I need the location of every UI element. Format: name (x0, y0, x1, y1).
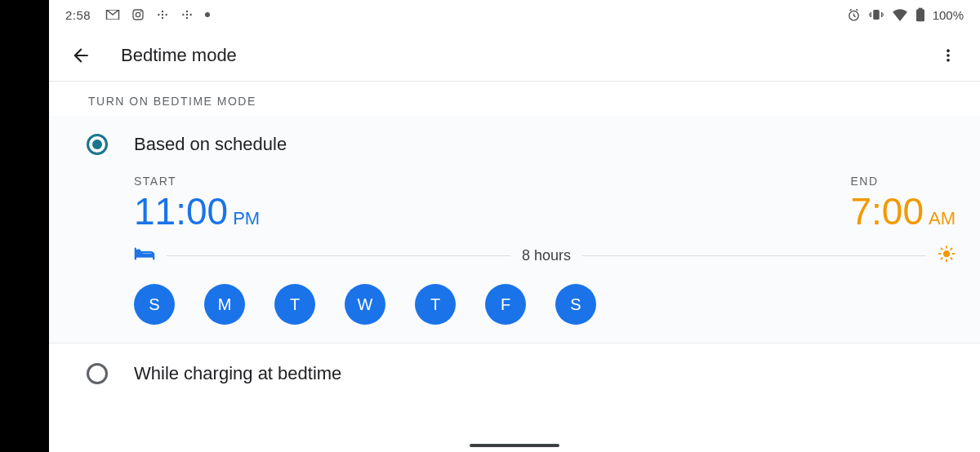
svg-point-8 (182, 14, 184, 16)
status-bar: 2:58 (49, 0, 980, 29)
svg-rect-21 (136, 254, 154, 258)
svg-rect-16 (916, 9, 924, 21)
radio-charging[interactable] (87, 363, 108, 384)
section-label: TURN ON BEDTIME MODE (49, 82, 980, 116)
sun-icon (938, 245, 956, 266)
day-thu[interactable]: T (415, 284, 456, 325)
svg-point-12 (190, 14, 192, 16)
podcast-icon-2 (180, 8, 194, 21)
svg-point-1 (136, 12, 140, 16)
option-while-charging[interactable]: While charging at bedtime (49, 343, 980, 404)
duration-text: 8 hours (522, 247, 571, 264)
svg-point-2 (140, 11, 142, 13)
svg-point-19 (947, 54, 950, 57)
svg-point-6 (162, 17, 163, 19)
page-title: Bedtime mode (121, 45, 931, 66)
svg-point-4 (162, 11, 163, 12)
option-schedule-header[interactable]: Based on schedule (87, 134, 956, 155)
duration-row: 8 hours (134, 245, 956, 266)
status-clock: 2:58 (65, 8, 91, 22)
gmail-icon (105, 10, 120, 20)
start-time-picker[interactable]: 11:00 PM (134, 193, 260, 230)
svg-point-20 (947, 59, 950, 62)
vibrate-icon (869, 8, 884, 21)
podcast-icon (156, 8, 169, 21)
arrow-left-icon (70, 45, 91, 66)
option-based-on-schedule: Based on schedule START 11:00 PM END 7:0… (49, 116, 980, 343)
end-time-ampm: AM (929, 208, 956, 229)
start-time-value: 11:00 (134, 193, 228, 230)
svg-point-5 (162, 14, 163, 16)
start-time-ampm: PM (233, 208, 260, 229)
instagram-icon (131, 8, 145, 21)
battery-percentage: 100% (933, 8, 964, 22)
end-time-picker[interactable]: 7:00 AM (850, 193, 956, 230)
svg-point-7 (166, 14, 167, 16)
days-row: S M T W T F S (134, 284, 956, 325)
gesture-nav-bar[interactable] (470, 444, 559, 447)
back-button[interactable] (64, 38, 98, 73)
day-sun[interactable]: S (134, 284, 175, 325)
alarm-icon (847, 8, 861, 22)
notification-dot-icon (205, 12, 210, 17)
svg-rect-15 (873, 10, 880, 20)
day-tue[interactable]: T (274, 284, 315, 325)
svg-rect-17 (918, 8, 922, 11)
end-time-value: 7:00 (850, 193, 924, 230)
option-charging-label: While charging at bedtime (134, 363, 341, 384)
svg-point-9 (186, 11, 188, 12)
day-sat[interactable]: S (555, 284, 596, 325)
svg-point-23 (943, 250, 950, 257)
svg-point-13 (205, 12, 210, 17)
bed-icon (134, 246, 155, 264)
end-label: END (850, 175, 956, 188)
svg-point-22 (137, 250, 140, 254)
app-bar: Bedtime mode (49, 29, 980, 82)
more-vert-icon (940, 47, 956, 64)
svg-point-10 (186, 14, 188, 16)
svg-point-18 (947, 49, 950, 52)
wifi-icon (892, 8, 908, 21)
overflow-menu-button[interactable] (931, 38, 965, 73)
day-mon[interactable]: M (204, 284, 245, 325)
day-wed[interactable]: W (345, 284, 385, 325)
start-label: START (134, 175, 260, 188)
radio-schedule[interactable] (87, 134, 108, 155)
day-fri[interactable]: F (485, 284, 526, 325)
svg-point-3 (158, 14, 159, 16)
option-schedule-label: Based on schedule (134, 134, 287, 155)
svg-point-11 (186, 17, 188, 19)
battery-icon (916, 7, 924, 22)
